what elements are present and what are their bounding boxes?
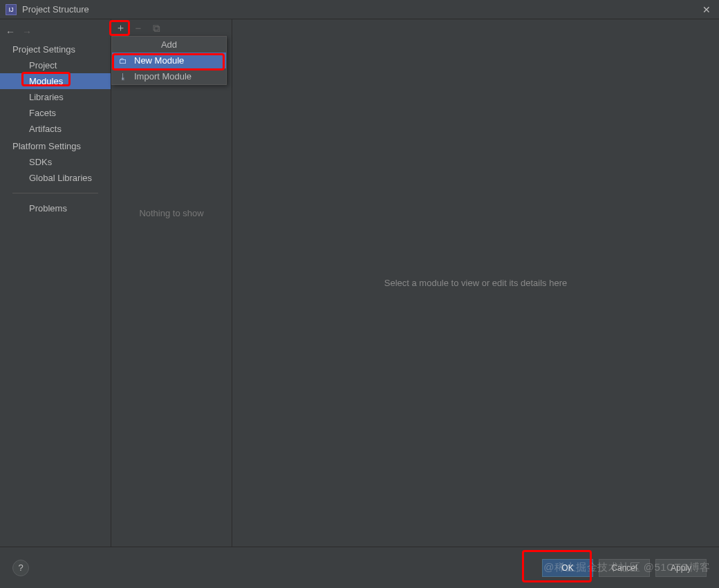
cancel-button[interactable]: Cancel: [599, 559, 650, 577]
popup-item-label: Import Module: [134, 71, 192, 82]
import-icon: ⭳: [119, 72, 129, 82]
sidebar-item-libraries[interactable]: Libraries: [0, 89, 111, 105]
dialog-footer: ? OK Cancel Apply: [0, 547, 719, 588]
remove-icon: −: [132, 22, 144, 35]
sidebar-item-project[interactable]: Project: [0, 57, 111, 73]
module-list-column: ＋ − ⧉ Nothing to show: [111, 19, 232, 547]
sidebar-item-modules[interactable]: Modules: [0, 73, 111, 89]
body-area: ← → Project Settings Project Modules Lib…: [0, 19, 719, 547]
back-icon[interactable]: ←: [6, 26, 15, 37]
popup-item-label: New Module: [134, 55, 184, 66]
add-popup: Add 🗀 New Module ⭳ Import Module: [111, 36, 227, 85]
popup-item-new-module[interactable]: 🗀 New Module: [112, 53, 226, 68]
nav-arrows: ← →: [0, 23, 111, 40]
copy-icon: ⧉: [150, 22, 162, 35]
section-platform-settings: Platform Settings: [0, 137, 111, 154]
detail-placeholder: Select a module to view or edit its deta…: [384, 278, 567, 288]
module-toolbar: ＋ − ⧉: [111, 19, 232, 37]
detail-pane: Select a module to view or edit its deta…: [232, 19, 719, 547]
add-icon[interactable]: ＋: [114, 22, 127, 35]
sidebar-item-artifacts[interactable]: Artifacts: [0, 121, 111, 137]
close-icon[interactable]: ✕: [700, 4, 713, 15]
folder-icon: 🗀: [119, 56, 129, 66]
window-title: Project Structure: [22, 4, 700, 15]
sidebar: ← → Project Settings Project Modules Lib…: [0, 19, 111, 547]
sidebar-item-global-libraries[interactable]: Global Libraries: [0, 170, 111, 186]
forward-icon: →: [22, 26, 32, 37]
add-popup-header: Add: [112, 37, 226, 53]
ok-button[interactable]: OK: [542, 559, 593, 577]
sidebar-item-problems[interactable]: Problems: [0, 200, 111, 216]
sidebar-item-facets[interactable]: Facets: [0, 105, 111, 121]
apply-button[interactable]: Apply: [655, 559, 707, 577]
sidebar-item-sdks[interactable]: SDKs: [0, 154, 111, 170]
help-button[interactable]: ?: [12, 560, 29, 576]
titlebar: IJ Project Structure ✕: [0, 0, 719, 19]
app-icon: IJ: [6, 4, 17, 15]
popup-item-import-module[interactable]: ⭳ Import Module: [112, 68, 226, 84]
section-project-settings: Project Settings: [0, 40, 111, 57]
sidebar-divider: [12, 193, 98, 193]
module-list-empty: Nothing to show: [111, 208, 232, 218]
